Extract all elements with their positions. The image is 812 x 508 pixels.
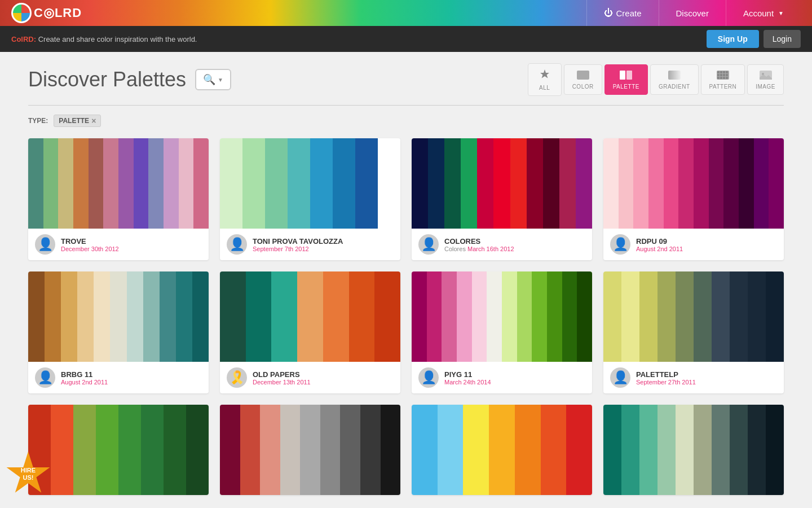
color-swatch: [648, 138, 664, 229]
filter-tab-palette[interactable]: PALETTE: [604, 64, 648, 95]
type-tag-close[interactable]: ×: [91, 117, 96, 125]
color-swatch: [510, 138, 527, 229]
svg-rect-14: [720, 77, 722, 79]
color-swatch: [260, 405, 280, 495]
color-swatch: [134, 138, 149, 229]
palette-tab-label: PALETTE: [613, 84, 639, 90]
palette-card-row3-2[interactable]: [220, 405, 400, 495]
search-box[interactable]: 🔍 ▼: [195, 69, 231, 90]
login-button[interactable]: Login: [764, 30, 801, 48]
palette-date: September 7th 2012: [253, 246, 394, 252]
palette-swatches: [28, 405, 209, 495]
color-swatch: [428, 138, 444, 229]
palette-date: September 27th 2011: [636, 379, 777, 386]
color-swatch: [280, 405, 301, 495]
color-tab-label: COLOR: [572, 84, 594, 90]
person-icon: 👤: [421, 237, 436, 252]
avatar: 👤: [418, 367, 439, 388]
palette-card-old-papers[interactable]: 🎗️OLD PAPERSDecember 13th 2011: [220, 271, 400, 393]
avatar: 🎗️: [227, 367, 247, 388]
page-title: Discover Palettes: [28, 68, 186, 91]
person-icon: 👤: [421, 370, 436, 385]
svg-rect-12: [726, 74, 728, 76]
filter-tab-color[interactable]: COLOR: [564, 64, 602, 95]
color-swatch: [633, 138, 648, 229]
filter-tab-all[interactable]: ALL: [528, 63, 562, 96]
color-swatch: [127, 271, 143, 362]
discover-nav-item[interactable]: Discover: [659, 0, 726, 26]
pattern-tab-icon: [717, 69, 729, 82]
palette-info: 👤RDPU 09August 2nd 2011: [603, 229, 784, 260]
svg-rect-7: [723, 71, 725, 73]
logo[interactable]: C◎LRD: [11, 3, 82, 23]
color-swatch: [477, 138, 493, 229]
palette-card-row3-4[interactable]: [603, 405, 784, 495]
color-swatch: [242, 138, 265, 229]
account-nav-item[interactable]: Account ▼: [726, 0, 801, 26]
palette-swatches: [412, 138, 592, 229]
palette-name: TROVE: [61, 237, 202, 246]
color-swatch: [754, 138, 769, 229]
filter-tab-gradient[interactable]: GRADIENT: [650, 64, 699, 95]
filter-tab-pattern[interactable]: PATTERN: [701, 64, 745, 95]
all-tab-label: ALL: [539, 85, 550, 91]
color-swatch: [603, 405, 621, 495]
discover-label: Discover: [676, 8, 709, 18]
palette-card-rdpu09[interactable]: 👤RDPU 09August 2nd 2011: [603, 138, 784, 260]
color-swatch: [457, 271, 472, 362]
palette-card-piyg11[interactable]: 👤PIYG 11March 24th 2014: [412, 271, 592, 393]
color-swatch: [694, 271, 712, 362]
palette-swatches: [412, 405, 592, 495]
person-icon: 👤: [38, 370, 53, 385]
palette-meta: TONI PROVA TAVOLOZZASeptember 7th 2012: [253, 237, 394, 252]
person-icon: 👤: [230, 237, 245, 252]
color-swatch: [576, 138, 592, 229]
color-swatch: [297, 271, 323, 362]
color-swatch: [288, 138, 310, 229]
palette-info: 🎗️OLD PAPERSDecember 13th 2011: [220, 362, 400, 393]
color-swatch: [730, 271, 748, 362]
palette-date: August 2nd 2011: [61, 379, 202, 386]
color-swatch: [73, 405, 96, 495]
filter-tab-image[interactable]: IMAGE: [747, 64, 784, 95]
palette-card-brbg11[interactable]: 👤BRBG 11August 2nd 2011: [28, 271, 209, 393]
color-swatch: [657, 405, 676, 495]
palette-card-row3-1[interactable]: [28, 405, 209, 495]
palette-tab-icon: [620, 69, 632, 82]
svg-rect-3: [668, 71, 681, 80]
svg-rect-2: [626, 71, 632, 80]
color-swatch: [246, 271, 272, 362]
color-swatch: [739, 138, 754, 229]
signup-button[interactable]: Sign Up: [707, 30, 759, 48]
palette-date: August 2nd 2011: [636, 246, 777, 252]
color-swatch: [323, 271, 349, 362]
svg-rect-11: [723, 74, 725, 76]
palette-name: BRBG 11: [61, 370, 202, 379]
create-nav-item[interactable]: ⏻ Create: [586, 0, 659, 26]
color-swatch: [515, 405, 541, 495]
color-swatch: [220, 138, 242, 229]
color-swatch: [271, 271, 297, 362]
avatar: 👤: [227, 234, 247, 255]
palette-card-row3-3[interactable]: [412, 405, 592, 495]
svg-rect-6: [720, 71, 722, 73]
palette-swatches: [603, 405, 784, 495]
announce-text: ColRD: Create and share color inspiratio…: [11, 35, 197, 43]
palette-swatches: [412, 271, 592, 362]
color-swatch: [412, 138, 428, 229]
palette-card-toni-prova[interactable]: 👤TONI PROVA TAVOLOZZASeptember 7th 2012: [220, 138, 400, 260]
palette-card-colores[interactable]: 👤COLORESColores March 16th 2012: [412, 138, 592, 260]
palette-card-trove[interactable]: 👤TROVEDecember 30th 2012: [28, 138, 209, 260]
filter-tabs: ALLCOLORPALETTEGRADIENTPATTERNIMAGE: [528, 63, 784, 96]
palette-meta: BRBG 11August 2nd 2011: [61, 370, 202, 386]
palette-swatches: [220, 405, 400, 495]
type-label: TYPE:: [28, 117, 48, 125]
avatar: 👤: [610, 234, 630, 255]
color-swatch: [143, 271, 160, 362]
type-tag[interactable]: PALETTE ×: [54, 115, 101, 127]
color-swatch: [709, 138, 724, 229]
palette-date: December 13th 2011: [253, 379, 394, 386]
palette-info: 👤PIYG 11March 24th 2014: [412, 362, 592, 393]
palette-card-palettelp[interactable]: 👤PALETTELPSeptember 27th 2011: [603, 271, 784, 393]
person-icon: 👤: [38, 237, 53, 252]
